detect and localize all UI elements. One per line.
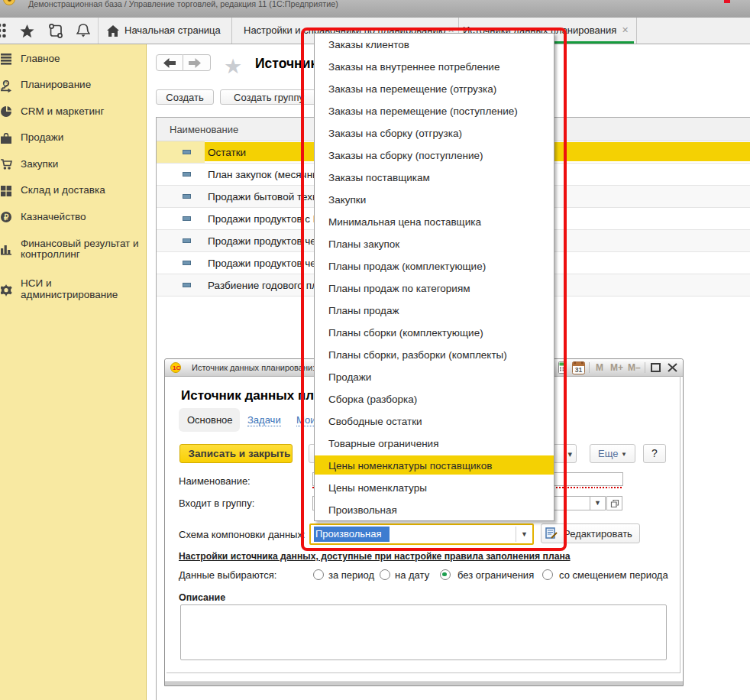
- svg-text:₽: ₽: [5, 80, 8, 87]
- svg-text:31: 31: [575, 366, 583, 374]
- svg-text:₽: ₽: [4, 213, 9, 222]
